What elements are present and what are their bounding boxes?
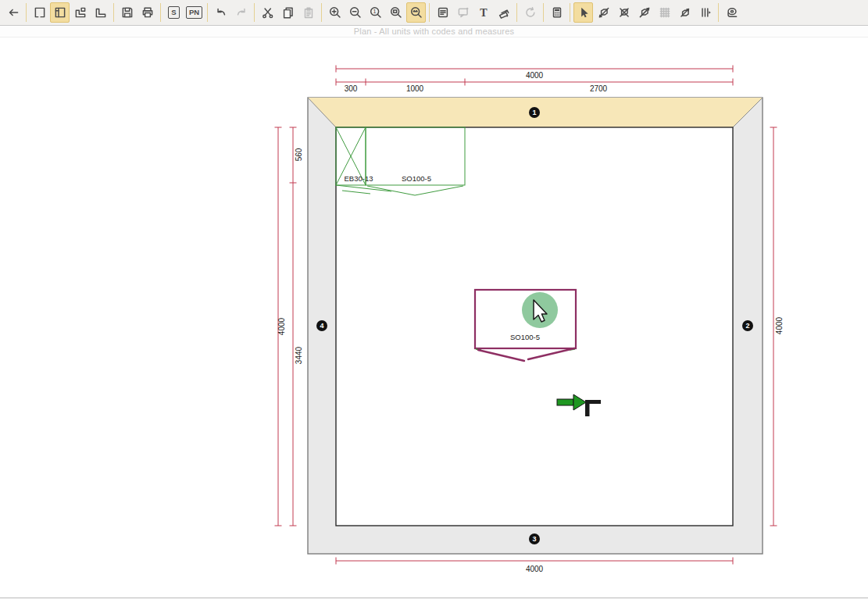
dimension-left-segment-1-label: 560 bbox=[295, 148, 303, 161]
hide-group-button[interactable] bbox=[614, 2, 634, 23]
main-toolbar: S PN 1 bbox=[0, 0, 868, 26]
plan-canvas[interactable]: 1 2 3 4 4000 bbox=[0, 37, 868, 598]
wall-1-badge: 1 bbox=[529, 107, 540, 118]
toolbar-separator bbox=[26, 3, 27, 22]
back-arrow-icon bbox=[6, 5, 20, 20]
hide-unit-icon bbox=[597, 5, 611, 20]
paste-icon bbox=[302, 5, 316, 20]
wall-3-badge: 3 bbox=[529, 533, 540, 544]
dimension-top-segment-2-label: 1000 bbox=[406, 84, 424, 93]
toolbar-separator bbox=[516, 3, 517, 22]
materials-button[interactable] bbox=[494, 2, 513, 23]
copy-icon bbox=[281, 5, 295, 20]
dimension-bottom-total-label: 4000 bbox=[526, 565, 544, 573]
floor-plan-drawing: 1 2 3 4 4000 bbox=[0, 37, 868, 598]
front-view-button[interactable] bbox=[50, 2, 70, 23]
svg-text:4: 4 bbox=[320, 322, 323, 330]
wall-2-badge: 2 bbox=[742, 320, 753, 331]
dimension-top-total-label: 4000 bbox=[526, 71, 544, 80]
view-title-bar: Plan - All units with codes and measures bbox=[0, 26, 868, 37]
zoom-out-button[interactable] bbox=[345, 2, 365, 23]
zoom-fit-icon bbox=[409, 5, 423, 20]
calculator-button[interactable] bbox=[547, 2, 566, 23]
grid-icon bbox=[658, 5, 672, 20]
front-view-icon bbox=[53, 5, 67, 20]
unit-eb30-13-label: EB30-13 bbox=[345, 174, 373, 183]
zoom-out-icon bbox=[348, 5, 363, 20]
toolbar-separator bbox=[570, 3, 570, 22]
materials-icon bbox=[497, 5, 511, 20]
corner-view-button[interactable] bbox=[70, 2, 90, 23]
scale-button[interactable]: S bbox=[164, 2, 184, 23]
hide-unit-button[interactable] bbox=[594, 2, 613, 23]
rotate-button[interactable] bbox=[520, 2, 540, 23]
zoom-in-icon bbox=[328, 5, 342, 20]
undo-button[interactable] bbox=[211, 2, 230, 23]
dimension-bottom-total-line bbox=[336, 558, 733, 565]
svg-text:1: 1 bbox=[532, 109, 536, 116]
spread-units-button[interactable] bbox=[695, 2, 715, 23]
toolbar-separator bbox=[429, 3, 430, 22]
toolbar-separator bbox=[160, 3, 161, 22]
svg-text:3: 3 bbox=[532, 535, 536, 543]
note-button[interactable] bbox=[433, 2, 452, 23]
grid-button[interactable] bbox=[655, 2, 674, 23]
text-button[interactable]: T bbox=[473, 2, 493, 23]
zoom-100-icon: 1 bbox=[369, 5, 383, 20]
svg-text:1: 1 bbox=[373, 8, 376, 15]
save-button[interactable] bbox=[117, 2, 137, 23]
floor-plan-icon bbox=[33, 5, 47, 20]
toolbar-separator bbox=[543, 3, 544, 22]
row-view-icon bbox=[94, 5, 108, 20]
unit-so100-5-selected-label: SO100-5 bbox=[510, 333, 540, 341]
svg-text:2: 2 bbox=[745, 322, 749, 330]
spread-units-icon bbox=[698, 5, 713, 20]
undo-icon bbox=[214, 5, 228, 20]
swap-unit-icon bbox=[638, 5, 652, 20]
toolbar-separator bbox=[254, 3, 255, 22]
view-title: Plan - All units with codes and measures bbox=[354, 27, 515, 36]
row-view-button[interactable] bbox=[91, 2, 110, 23]
tape-measure-icon bbox=[725, 5, 739, 20]
rotate-icon bbox=[523, 5, 538, 20]
panel-icon: PN bbox=[186, 6, 202, 19]
paste-button[interactable] bbox=[298, 2, 318, 23]
scale-icon: S bbox=[168, 6, 179, 19]
comment-button[interactable] bbox=[453, 2, 473, 23]
save-icon bbox=[120, 5, 134, 20]
show-unit-button[interactable] bbox=[675, 2, 695, 23]
panel-button[interactable]: PN bbox=[184, 2, 204, 23]
comment-icon bbox=[456, 5, 470, 20]
text-tool-icon: T bbox=[477, 5, 491, 20]
dimension-left-total-label: 4000 bbox=[277, 317, 286, 335]
cut-button[interactable] bbox=[258, 2, 277, 23]
back-button[interactable] bbox=[3, 2, 23, 23]
zoom-window-button[interactable] bbox=[386, 2, 405, 23]
toolbar-separator bbox=[718, 3, 719, 22]
zoom-100-button[interactable]: 1 bbox=[366, 2, 385, 23]
zoom-in-button[interactable] bbox=[325, 2, 345, 23]
toolbar-separator bbox=[207, 3, 208, 22]
swap-unit-button[interactable] bbox=[634, 2, 654, 23]
dimension-right-total-label: 4000 bbox=[775, 316, 784, 334]
tape-measure-button[interactable] bbox=[722, 2, 741, 23]
corner-view-icon bbox=[73, 5, 88, 20]
pointer-button[interactable] bbox=[573, 2, 593, 23]
dimension-left-segments-line bbox=[290, 127, 297, 526]
floor-plan-view-button[interactable] bbox=[30, 2, 49, 23]
dimension-left-segment-2-label: 3440 bbox=[295, 346, 303, 364]
application-window: S PN 1 bbox=[0, 0, 868, 603]
dimension-top-segment-3-label: 2700 bbox=[590, 84, 608, 93]
toolbar-separator bbox=[113, 3, 114, 22]
toolbar-separator bbox=[321, 3, 322, 22]
pointer-icon bbox=[577, 5, 591, 20]
print-button[interactable] bbox=[138, 2, 157, 23]
bottom-divider bbox=[0, 598, 868, 603]
copy-button[interactable] bbox=[278, 2, 298, 23]
zoom-fit-button[interactable] bbox=[406, 2, 426, 23]
unit-so100-5-top-label: SO100-5 bbox=[402, 174, 431, 183]
redo-button[interactable] bbox=[231, 2, 251, 23]
calculator-icon bbox=[550, 5, 564, 20]
wall-4-badge: 4 bbox=[316, 320, 327, 331]
note-icon bbox=[436, 5, 450, 20]
